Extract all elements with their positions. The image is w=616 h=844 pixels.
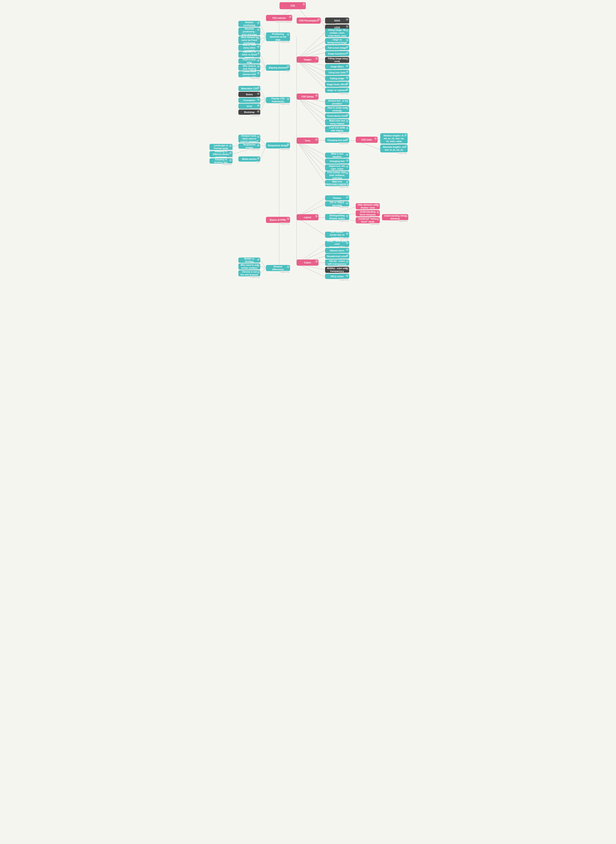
css-units-info[interactable]: i — [374, 137, 377, 140]
understand-block-node[interactable]: Understanding block elements i Programmi… — [356, 210, 380, 216]
layout-node[interactable]: Layout i — [296, 214, 318, 220]
ui-kit-node[interactable]: UI kit i Programming — [238, 104, 260, 109]
popular-fw-node[interactable]: Popular CSS frameworks i Programming — [266, 97, 290, 103]
multicolor-node[interactable]: Multi-color text using shadow i Programm… — [325, 119, 349, 125]
rel-lengths-node[interactable]: Relative lengths: %, em, ex, ch, rem, vw… — [380, 133, 408, 144]
fitting-image-info[interactable]: i — [346, 29, 349, 32]
understand-inline-node[interactable]: Understanding inline elements i Programm… — [382, 214, 408, 220]
changing-font-info[interactable]: i — [346, 159, 349, 162]
img-vs-picture-info[interactable]: i — [346, 88, 349, 91]
chrome-not-only-node[interactable]: Chrome is not the only browser i Program… — [238, 270, 260, 276]
css-selector-node[interactable]: CSS selector i Programming, language — [266, 15, 292, 21]
sass-node[interactable]: SASS i CSS Precompilers — [325, 18, 349, 23]
text-baseline-node[interactable]: What is text baseline i CSS — [325, 153, 349, 158]
hsl-colors-node[interactable]: HSL() colors i Programming — [325, 274, 349, 279]
abs-lengths-node[interactable]: Absolute lengths: px, mm, in, pt, cm, pc… — [380, 145, 408, 153]
img-hover-info[interactable]: i — [346, 82, 349, 85]
clear-float-info[interactable]: i — [257, 65, 260, 68]
landscape-node[interactable]: Landscape vs Portrait mode i Programming — [210, 144, 232, 150]
colors-info[interactable]: i — [315, 260, 318, 263]
images-node[interactable]: Images i — [296, 56, 318, 63]
sass-info[interactable]: i — [346, 18, 349, 21]
chrome-not-only-info[interactable]: i — [257, 271, 260, 273]
landscape-info[interactable]: i — [229, 145, 232, 147]
flexbox-info[interactable]: i — [346, 196, 349, 199]
img-circle-node[interactable]: Fitting image into circle i Programming — [325, 57, 349, 63]
center-text-v-node[interactable]: How to center text vertically i Programm… — [325, 106, 349, 112]
rgb-three-info[interactable]: i — [346, 242, 349, 244]
changing-size-info[interactable]: i — [346, 138, 349, 141]
vendor-prefix-info[interactable]: i — [257, 264, 260, 267]
css-precompilers-node[interactable]: CSS Precompilers i — [296, 18, 321, 23]
flexbox-node[interactable]: Flexbox i Programming — [325, 195, 349, 201]
stick-fixed-info[interactable]: i — [257, 37, 260, 40]
viewport-meta-info[interactable]: i — [257, 135, 260, 138]
display-modes-info[interactable]: i — [346, 214, 349, 217]
less-info[interactable]: i — [346, 25, 349, 28]
vertical-text-info[interactable]: i — [346, 100, 349, 103]
relative-pos-node[interactable]: Relative positioning i Programming — [238, 21, 260, 27]
hide-display-node[interactable]: Hide elements with display: none i Progr… — [356, 203, 380, 209]
rgba-colors-node[interactable]: RGBA() - color with transparency i Progr… — [325, 267, 349, 273]
hex-colors-node[interactable]: Hexadecimal colors i Programming — [325, 254, 349, 259]
texts-node[interactable]: Texts i — [296, 138, 318, 144]
icon-fonts-node[interactable]: Using Icon fonts i Programming — [325, 70, 349, 75]
css-selector-info[interactable]: i — [289, 16, 292, 18]
root-node[interactable]: CSS i — [280, 2, 306, 9]
img-vs-picture-node[interactable]: <img> vs <picture> i Programming — [325, 88, 349, 93]
understand-block-info[interactable]: i — [377, 211, 379, 214]
browser-diff-node[interactable]: Browser differences i Programming — [266, 265, 290, 271]
align-inline-node[interactable]: Alignment of inline vs block elements i … — [238, 51, 260, 57]
css-syntax-node[interactable]: CSS Syntax i — [296, 94, 318, 100]
uppercase-info[interactable]: i — [346, 181, 349, 183]
img-filters-info[interactable]: i — [346, 65, 349, 67]
display-modes-node[interactable]: Distinguishing Display modes i Programmi… — [325, 214, 349, 220]
text-baseline-info[interactable]: i — [346, 153, 349, 156]
font-styling-node[interactable]: Font styling: italic, bold, strikeout, u… — [325, 171, 349, 179]
root-info-btn[interactable]: i — [302, 3, 305, 6]
ui-kit-info[interactable]: i — [257, 104, 260, 107]
icon-fonts-info[interactable]: i — [346, 70, 349, 73]
bulma-node[interactable]: Bulma i CSS — [238, 92, 260, 97]
combined-inline-info[interactable]: i — [377, 218, 379, 220]
foundation-info[interactable]: i — [257, 98, 260, 101]
full-screen-info[interactable]: i — [346, 46, 349, 48]
hsl-colors-info[interactable]: i — [346, 274, 349, 277]
font-styling-info[interactable]: i — [346, 172, 349, 175]
popular-fw-info[interactable]: i — [287, 98, 289, 100]
absolute-pos-info[interactable]: i — [257, 28, 260, 31]
aligning-info[interactable]: i — [287, 65, 289, 68]
div-table-node[interactable]: DIV vs TABLE layouting i Programming — [325, 201, 349, 207]
adopt-device-info[interactable]: i — [229, 152, 232, 154]
browser-diff-info[interactable]: i — [287, 266, 289, 268]
materialize-info[interactable]: i — [257, 87, 260, 89]
fading-image-info[interactable]: i — [346, 76, 349, 79]
combined-inline-node[interactable]: Combined "inline-block" mode i Programmi… — [356, 217, 380, 223]
materialize-node[interactable]: Materialize CSS i Programming — [238, 86, 260, 91]
center-text-v-info[interactable]: i — [346, 107, 349, 110]
hex-colors-info[interactable]: i — [346, 254, 349, 257]
css-precompilers-info[interactable]: i — [317, 18, 320, 21]
hsla-colors-info[interactable]: i — [346, 260, 349, 263]
align-text-info[interactable]: i — [346, 165, 349, 168]
img-hover-node[interactable]: Image hover effects i Programming — [325, 82, 349, 87]
bootstrap-node[interactable]: Bootstrap i Programming — [238, 110, 260, 115]
named-colors-node[interactable]: Named colors i Programming — [325, 248, 349, 253]
img-circle-info[interactable]: i — [346, 57, 349, 60]
media-queries-info[interactable]: i — [257, 157, 260, 160]
limit-text-node[interactable]: Limit text width with ellipsis i Program… — [325, 126, 349, 132]
rel-lengths-info[interactable]: i — [404, 134, 407, 137]
align-inline-info[interactable]: i — [257, 52, 260, 55]
stick-menu-info[interactable]: i — [257, 46, 260, 48]
vendor-prefix-node[interactable]: Why need to use vender prefixes i Progra… — [238, 263, 260, 270]
img-transitions-info[interactable]: i — [346, 52, 349, 54]
colors-node[interactable]: Colors i — [296, 260, 318, 266]
vertical-text-node[interactable]: Vertical text - is it possible? i Progra… — [325, 99, 349, 105]
clear-float-node[interactable]: Why need to clear floating i Programming — [238, 65, 260, 70]
positioning-node[interactable]: Positioning elements on the page i Progr… — [266, 32, 290, 41]
uppercase-node[interactable]: Make text UPPERCASE/LOWERCASE i Programm… — [325, 180, 349, 186]
foundation-node[interactable]: Foundation i Programming — [238, 98, 260, 103]
align-text-node[interactable]: Aligmt text: left, right, center i Progr… — [325, 164, 349, 170]
changing-font-node[interactable]: Changing font i Programming — [325, 159, 349, 164]
center-margin-node[interactable]: Center block element with margin: auto i… — [238, 71, 260, 77]
